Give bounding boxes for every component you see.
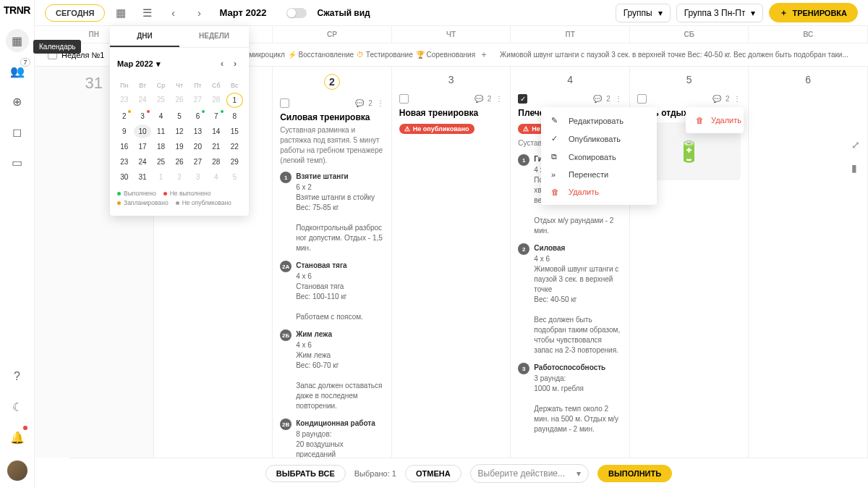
calendar-day[interactable]: 21 bbox=[208, 140, 224, 153]
calendar-day[interactable]: 18 bbox=[153, 140, 169, 153]
calendar-day[interactable]: 17 bbox=[134, 140, 150, 153]
calendar-day[interactable]: 3 bbox=[190, 170, 206, 184]
calendar-day[interactable]: 31 bbox=[134, 170, 150, 184]
calendar-day[interactable]: 7 bbox=[208, 109, 224, 123]
calendar-day[interactable]: 19 bbox=[171, 140, 187, 153]
calendar-day[interactable]: 25 bbox=[153, 93, 169, 108]
comment-icon[interactable]: 💬 bbox=[355, 99, 364, 107]
nav-card-icon[interactable]: ▭ bbox=[6, 151, 29, 174]
next-month-icon[interactable]: › bbox=[189, 3, 209, 23]
tab-days[interactable]: ДНИ bbox=[110, 26, 179, 47]
menu-icon[interactable]: ⋮ bbox=[377, 99, 384, 107]
calendar-day[interactable]: 8 bbox=[226, 109, 243, 123]
nav-globe-icon[interactable]: ⊕ bbox=[6, 90, 29, 113]
select-all-button[interactable]: ВЫБРАТЬ ВСЕ bbox=[265, 465, 346, 482]
card-checkbox[interactable]: ✓ bbox=[518, 94, 527, 104]
calendar-day[interactable]: 23 bbox=[116, 93, 132, 108]
calendar-day[interactable]: 14 bbox=[208, 125, 224, 138]
calendar-day[interactable]: 20 bbox=[190, 140, 206, 153]
tab-weeks[interactable]: НЕДЕЛИ bbox=[179, 26, 249, 47]
calendar-day[interactable]: 28 bbox=[208, 155, 224, 169]
menu-icon[interactable]: ⋮ bbox=[495, 95, 503, 103]
today-button[interactable]: СЕГОДНЯ bbox=[45, 4, 105, 22]
calendar-day[interactable]: 6 bbox=[190, 109, 206, 123]
avatar[interactable] bbox=[7, 460, 27, 481]
calendar-day[interactable]: 1 bbox=[153, 170, 169, 184]
unpublished-badge: ⚠Не опубликовано bbox=[399, 124, 475, 134]
cancel-button[interactable]: ОТМЕНА bbox=[405, 465, 461, 482]
calendar-day[interactable]: 5 bbox=[171, 109, 187, 123]
calendar-day[interactable]: 27 bbox=[190, 155, 206, 169]
ctx-item[interactable]: ⧉Скопировать bbox=[541, 148, 657, 166]
day-number: 2 bbox=[273, 67, 391, 94]
picker-prev-icon[interactable]: ‹ bbox=[216, 54, 229, 74]
calendar-day[interactable]: 22 bbox=[226, 140, 243, 153]
ctx-item[interactable]: »Перенести bbox=[541, 166, 657, 183]
execute-button[interactable]: ВЫПОЛНИТЬ bbox=[597, 465, 672, 482]
nav-bookmark-icon[interactable]: ◻ bbox=[6, 120, 29, 143]
calendar-day[interactable]: 23 bbox=[116, 155, 132, 169]
picker-next-icon[interactable]: › bbox=[229, 54, 242, 74]
calendar-day[interactable]: 5 bbox=[226, 170, 243, 184]
bottom-bar: ВЫБРАТЬ ВСЕ Выбрано: 1 ОТМЕНА Выберите д… bbox=[69, 458, 868, 488]
calendar-day[interactable]: 2 bbox=[116, 109, 132, 123]
picker-month[interactable]: Мар 2022 bbox=[117, 59, 153, 68]
calendar-day[interactable]: 28 bbox=[208, 93, 224, 108]
nav-help-icon[interactable]: ? bbox=[6, 365, 29, 388]
calendar-day[interactable]: 26 bbox=[171, 93, 187, 108]
calendar-day[interactable]: 27 bbox=[190, 93, 206, 108]
selection-count: Выбрано: 1 bbox=[354, 469, 396, 478]
calendar-day[interactable]: 25 bbox=[153, 155, 169, 169]
calendar-day[interactable]: 11 bbox=[153, 125, 169, 138]
group-value-select[interactable]: Группа 3 Пн-Пт▾ bbox=[676, 4, 764, 22]
add-tag-icon[interactable]: ＋ bbox=[478, 49, 490, 61]
menu-icon[interactable]: ⋮ bbox=[733, 95, 741, 103]
comment-icon[interactable]: 💬 bbox=[712, 95, 721, 103]
calendar-day[interactable]: 12 bbox=[171, 125, 187, 138]
calendar-day[interactable]: 29 bbox=[226, 155, 243, 169]
prev-month-icon[interactable]: ‹ bbox=[163, 3, 183, 23]
expand-icon[interactable]: ⤢ bbox=[851, 139, 860, 151]
nav-group-icon[interactable]: 👥7 bbox=[6, 59, 29, 83]
chevron-down-icon: ▾ bbox=[751, 8, 755, 18]
date-picker: ДНИ НЕДЕЛИ Мар 2022 ▾ ‹ › ПнВтСрЧтПтСбВс… bbox=[110, 26, 249, 216]
card-checkbox[interactable] bbox=[637, 94, 647, 104]
action-select[interactable]: Выберите действие...▾ bbox=[470, 464, 589, 483]
group-type-select[interactable]: Группы▾ bbox=[616, 4, 671, 22]
calendar-day[interactable]: 13 bbox=[190, 125, 206, 138]
card-checkbox[interactable] bbox=[399, 94, 409, 104]
comment-icon[interactable]: 💬 bbox=[593, 95, 602, 103]
calendar-day[interactable]: 10 bbox=[134, 125, 150, 138]
calendar-day[interactable]: 24 bbox=[134, 93, 150, 108]
calendar-day[interactable]: 3 bbox=[134, 109, 150, 123]
ctx-delete[interactable]: 🗑 Удалить bbox=[686, 112, 744, 129]
list-icon[interactable]: ☰ bbox=[137, 3, 157, 23]
calendar-day[interactable]: 24 bbox=[134, 155, 150, 169]
day-column-thu: 3 💬2 ⋮ Новая тренировка ⚠Не опубликовано bbox=[392, 67, 511, 458]
menu-icon[interactable]: ⋮ bbox=[615, 95, 622, 103]
calendar-day[interactable]: 4 bbox=[208, 170, 224, 184]
calendar-day[interactable]: 9 bbox=[116, 125, 132, 138]
calendar-day[interactable]: 15 bbox=[226, 125, 243, 138]
calendar-icon[interactable]: ▦ bbox=[111, 3, 131, 23]
comment-icon[interactable]: 💬 bbox=[475, 95, 483, 103]
ctx-item[interactable]: ✎Редактировать bbox=[541, 112, 657, 130]
calendar-day[interactable]: 2 bbox=[171, 170, 187, 184]
nav-calendar-icon[interactable]: ▦ bbox=[6, 29, 29, 52]
calendar-day[interactable]: 4 bbox=[153, 109, 169, 123]
ctx-item[interactable]: ✓Опубликовать bbox=[541, 130, 657, 148]
day-number: 5 bbox=[630, 67, 749, 90]
nav-bell-icon[interactable]: 🔔 bbox=[6, 426, 29, 449]
card-checkbox[interactable] bbox=[280, 98, 289, 108]
trash-icon: 🗑 bbox=[696, 116, 704, 125]
calendar-day[interactable]: 1 bbox=[226, 93, 243, 108]
compact-toggle[interactable] bbox=[286, 8, 307, 18]
logo: TRNR bbox=[4, 4, 30, 16]
ctx-item[interactable]: 🗑Удалить bbox=[541, 183, 657, 201]
calendar-day[interactable]: 26 bbox=[171, 155, 187, 169]
new-training-button[interactable]: ＋ТРЕНИРОВКА bbox=[769, 3, 858, 22]
nav-darkmode-icon[interactable]: ☾ bbox=[6, 395, 29, 418]
calendar-day[interactable]: 30 bbox=[116, 170, 132, 184]
sidebar: TRNR ▦ 👥7 ⊕ ◻ ▭ ? ☾ 🔔 bbox=[0, 0, 35, 488]
calendar-day[interactable]: 16 bbox=[116, 140, 132, 153]
